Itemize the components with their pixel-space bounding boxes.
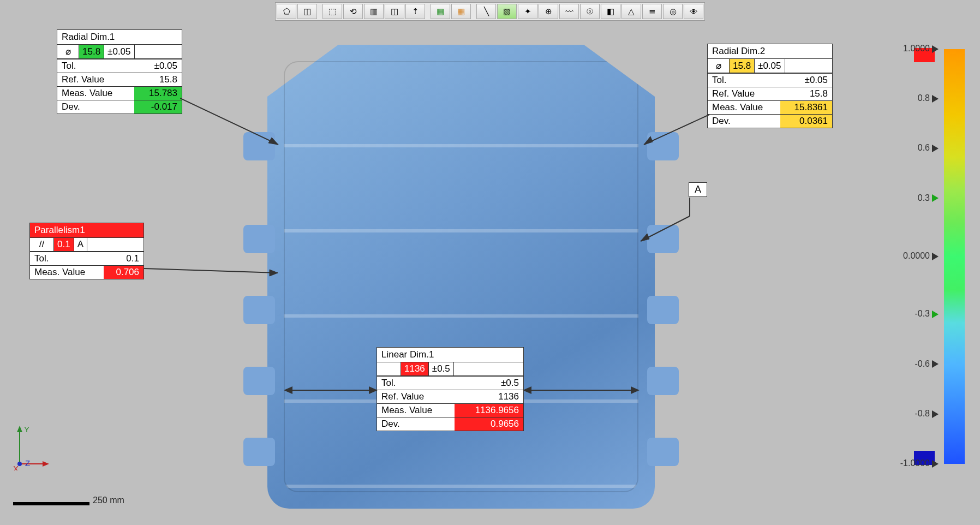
scale-bar: 250 mm xyxy=(13,496,124,505)
dim-arrow-left xyxy=(285,390,377,391)
axis-triad: Y X Z xyxy=(13,425,51,470)
colorbar-tick: 0.8 xyxy=(918,93,939,103)
callout-title: Radial Dim.2 xyxy=(708,44,832,59)
toolbar: ⬠ ◫ ⬚ ⟲ ▥ ◫ ⇡ ▦ ▦ ╲ ▧ ✦ ⊕ 〰 ⦾ ◧ △ ≣ ◎ 👁 xyxy=(275,2,705,21)
gdt-value: 0.1 xyxy=(54,238,74,251)
tool-up[interactable]: ⇡ xyxy=(405,4,425,19)
tool-eye[interactable]: 👁 xyxy=(684,4,703,19)
colorbar xyxy=(944,49,965,464)
tool-line[interactable]: ╲ xyxy=(476,4,496,19)
svg-marker-10 xyxy=(17,426,22,432)
svg-marker-12 xyxy=(43,461,49,467)
tool-rotate[interactable]: ⟲ xyxy=(343,4,363,19)
colorbar-tick: -1.0000 xyxy=(900,458,939,468)
callout-linear-dim-1[interactable]: Linear Dim.1 1136 ±0.5 Tol.±0.5 Ref. Val… xyxy=(377,347,524,431)
dim-arrow-right xyxy=(524,390,638,391)
callout-title: Radial Dim.1 xyxy=(57,30,182,45)
tool-rotate-center[interactable]: ✦ xyxy=(518,4,537,19)
svg-line-7 xyxy=(144,269,278,273)
tool-wire[interactable]: ⬚ xyxy=(322,4,342,19)
tool-poly[interactable]: ⬠ xyxy=(277,4,296,19)
tool-layers[interactable]: ≣ xyxy=(642,4,662,19)
colorbar-tick: 1.0000 xyxy=(903,44,939,53)
tolerance-symbol: ±0.05 xyxy=(755,59,785,73)
tool-grid-orange[interactable]: ▦ xyxy=(451,4,471,19)
nominal-value: 1136 xyxy=(401,362,429,375)
colorbar-tick: 0.3 xyxy=(918,193,939,203)
tolerance-symbol: ±0.5 xyxy=(429,362,454,375)
colorbar-tick: -0.8 xyxy=(915,409,939,419)
tool-target[interactable]: ◎ xyxy=(663,4,683,19)
svg-text:Y: Y xyxy=(24,425,29,434)
tool-curve[interactable]: 〰 xyxy=(559,4,579,19)
tool-zoom-fit[interactable]: ⊕ xyxy=(539,4,558,19)
callout-title: Parallelism1 xyxy=(30,223,144,238)
tool-tri[interactable]: △ xyxy=(622,4,641,19)
callout-parallelism-1[interactable]: Parallelism1 // 0.1 A Tol.0.1 Meas. Valu… xyxy=(29,223,144,279)
tool-mirror[interactable]: ◧ xyxy=(601,4,620,19)
tool-split[interactable]: ◫ xyxy=(385,4,404,19)
svg-text:X: X xyxy=(13,464,19,470)
tool-cube[interactable]: ◫ xyxy=(297,4,317,19)
nominal-value: 15.8 xyxy=(79,45,104,58)
colorbar-tick: 0.0000 xyxy=(903,251,939,261)
cad-part[interactable] xyxy=(267,45,655,509)
parallelism-icon: // xyxy=(30,238,54,251)
colorbar-tick: 0.6 xyxy=(918,143,939,153)
svg-text:Z: Z xyxy=(25,458,30,468)
tool-sel-curve[interactable]: ⦾ xyxy=(580,4,600,19)
diameter-icon: ⌀ xyxy=(57,45,79,58)
datum-a[interactable]: A xyxy=(689,182,707,197)
tool-select-rect[interactable]: ▧ xyxy=(497,4,517,19)
callout-radial-dim-1[interactable]: Radial Dim.1 ⌀ 15.8 ±0.05 Tol.±0.05 Ref.… xyxy=(57,29,182,114)
colorbar-tick: -0.6 xyxy=(915,359,939,369)
diameter-icon: ⌀ xyxy=(708,59,730,73)
tool-grid-green[interactable]: ▦ xyxy=(431,4,450,19)
tool-panel[interactable]: ▥ xyxy=(364,4,384,19)
callout-title: Linear Dim.1 xyxy=(377,348,523,362)
gdt-datum-ref: A xyxy=(74,238,87,251)
callout-radial-dim-2[interactable]: Radial Dim.2 ⌀ 15.8 ±0.05 Tol.±0.05 Ref.… xyxy=(707,44,833,128)
nominal-value: 15.8 xyxy=(730,59,755,73)
tolerance-symbol: ±0.05 xyxy=(104,45,134,58)
colorbar-tick: -0.3 xyxy=(915,309,939,319)
